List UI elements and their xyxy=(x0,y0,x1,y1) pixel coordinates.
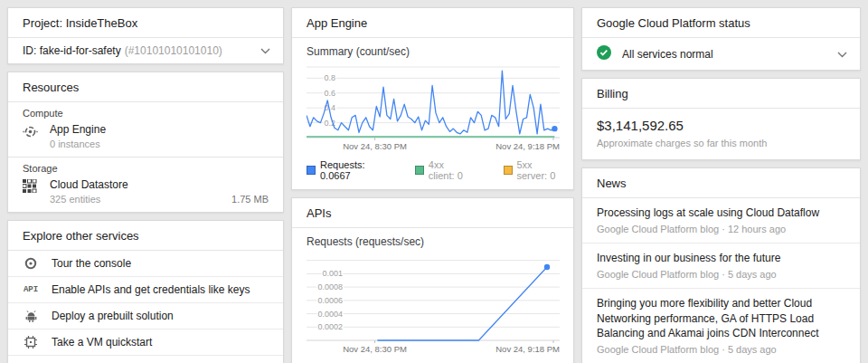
explore-item-tour-console[interactable]: Tour the console xyxy=(8,251,283,276)
compute-section: Compute App Engine 0 instances xyxy=(8,102,283,157)
app-engine-detail: 0 instances xyxy=(50,139,100,149)
datastore-size: 1.75 MB xyxy=(231,194,269,205)
apis-legend: Requests: 0.0011 xyxy=(292,358,573,363)
chevron-down-icon[interactable] xyxy=(837,48,847,61)
project-id-selector[interactable]: ID: fake-id-for-safety (#10101010101010) xyxy=(8,38,283,63)
datastore-detail: 325 entities xyxy=(50,194,100,205)
datastore-icon xyxy=(23,178,50,205)
explore-item-label: Enable APIs and get credentials like key… xyxy=(52,283,250,296)
status-card: Google Cloud Platform status All service… xyxy=(581,7,861,71)
explore-item-label: Deploy a prebuilt solution xyxy=(52,310,174,322)
project-id-number: (#10101010101010) xyxy=(125,44,222,57)
apis-chart-subtitle: Requests (requests/sec) xyxy=(292,228,573,250)
news-card: News Processing logs at scale using Clou… xyxy=(581,167,861,363)
app-engine-icon xyxy=(23,123,50,149)
legend-swatch-requests xyxy=(307,166,316,175)
svg-text:0.0006: 0.0006 xyxy=(317,296,343,305)
check-circle-icon xyxy=(597,45,611,62)
project-card: Project: InsideTheBox ID: fake-id-for-sa… xyxy=(7,7,284,64)
apis-requests-chart: 0.00020.00040.00060.00080.001Nov 24, 8:3… xyxy=(307,253,560,355)
news-card-title: News xyxy=(582,168,860,198)
explore-item-create-bucket[interactable]: Create a Cloud Storage bucket xyxy=(8,355,283,363)
explore-list: Tour the console API Enable APIs and get… xyxy=(8,251,283,363)
resource-cloud-datastore[interactable]: Cloud Datastore 325 entities 1.75 MB xyxy=(23,178,269,205)
app-engine-name: App Engine xyxy=(50,123,269,136)
resource-app-engine[interactable]: App Engine 0 instances xyxy=(23,123,269,149)
app-engine-chart-subtitle: Summary (count/sec) xyxy=(292,38,573,60)
app-engine-card: App Engine Summary (count/sec) 0.20.40.6… xyxy=(291,7,574,190)
billing-card-title: Billing xyxy=(582,79,860,109)
resources-card: Resources Compute App Engine 0 in xyxy=(7,72,284,213)
explore-item-label: Take a VM quickstart xyxy=(52,336,152,349)
vm-chip-icon xyxy=(23,336,39,349)
legend-swatch-4xx xyxy=(415,166,424,175)
legend-requests[interactable]: Requests: 0.0667 xyxy=(307,159,379,181)
svg-text:0.0002: 0.0002 xyxy=(317,322,343,331)
storage-label: Storage xyxy=(23,163,269,174)
legend-5xx-server[interactable]: 5xx server: 0 xyxy=(504,159,560,181)
apis-card: APIs Requests (requests/sec) 0.00020.000… xyxy=(291,197,574,363)
billing-card: Billing $3,141,592.65 Approximate charge… xyxy=(581,78,861,160)
svg-text:Nov 24, 8:30 PM: Nov 24, 8:30 PM xyxy=(343,141,407,151)
storage-section: Storage Cloud Datastore xyxy=(8,157,283,212)
explore-item-vm-quickstart[interactable]: Take a VM quickstart xyxy=(8,329,283,355)
svg-text:0.001: 0.001 xyxy=(322,269,343,278)
news-item[interactable]: Investing in our business for the future… xyxy=(582,243,860,288)
news-item[interactable]: Processing logs at scale using Cloud Dat… xyxy=(582,198,860,243)
legend-4xx-client[interactable]: 4xx client: 0 xyxy=(415,159,467,181)
status-card-title: Google Cloud Platform status xyxy=(582,8,860,38)
app-engine-summary-chart: 0.20.40.60.8Nov 24, 8:30 PMNov 24, 9:18 … xyxy=(307,63,560,152)
explore-item-deploy-solution[interactable]: Deploy a prebuilt solution xyxy=(8,302,283,329)
gcp-dashboard: Project: InsideTheBox ID: fake-id-for-sa… xyxy=(0,0,868,363)
svg-text:Nov 24, 8:30 PM: Nov 24, 8:30 PM xyxy=(343,344,407,354)
status-selector[interactable]: All services normal xyxy=(582,38,860,70)
legend-swatch-5xx xyxy=(504,166,513,175)
billing-subtitle: Approximate charges so far this month xyxy=(597,138,845,148)
svg-text:0.0004: 0.0004 xyxy=(317,310,343,319)
news-list: Processing logs at scale using Cloud Dat… xyxy=(582,198,860,363)
billing-amount: $3,141,592.65 xyxy=(597,118,845,133)
apis-card-title: APIs xyxy=(292,198,573,228)
svg-text:0.0008: 0.0008 xyxy=(317,282,343,291)
project-card-title: Project: InsideTheBox xyxy=(8,8,283,38)
tour-icon xyxy=(23,257,39,270)
resources-card-title: Resources xyxy=(8,72,283,102)
explore-item-enable-apis[interactable]: API Enable APIs and get credentials like… xyxy=(8,276,283,302)
robot-icon xyxy=(23,310,39,322)
explore-card: Explore other services Tour the console … xyxy=(7,220,284,363)
explore-card-title: Explore other services xyxy=(8,221,283,251)
project-id-label: ID: fake-id-for-safety xyxy=(23,44,121,57)
svg-text:0.8: 0.8 xyxy=(324,73,335,82)
svg-text:Nov 24, 9:18 PM: Nov 24, 9:18 PM xyxy=(495,141,560,151)
news-item[interactable]: Bringing you more flexibility and better… xyxy=(582,288,860,363)
left-column: Project: InsideTheBox ID: fake-id-for-sa… xyxy=(7,7,284,356)
app-engine-legend: Requests: 0.0667 4xx client: 0 5xx serve… xyxy=(292,156,573,189)
svg-text:0.6: 0.6 xyxy=(324,89,335,98)
datastore-name: Cloud Datastore xyxy=(50,178,269,191)
app-engine-card-title: App Engine xyxy=(292,8,573,38)
chevron-down-icon[interactable] xyxy=(260,44,270,57)
explore-item-label: Tour the console xyxy=(52,257,131,270)
svg-text:Nov 24, 9:18 PM: Nov 24, 9:18 PM xyxy=(495,344,560,354)
right-column: Google Cloud Platform status All service… xyxy=(581,7,861,356)
middle-column: App Engine Summary (count/sec) 0.20.40.6… xyxy=(291,7,574,356)
compute-label: Compute xyxy=(23,108,269,119)
api-icon: API xyxy=(23,285,39,294)
status-text: All services normal xyxy=(622,48,713,61)
